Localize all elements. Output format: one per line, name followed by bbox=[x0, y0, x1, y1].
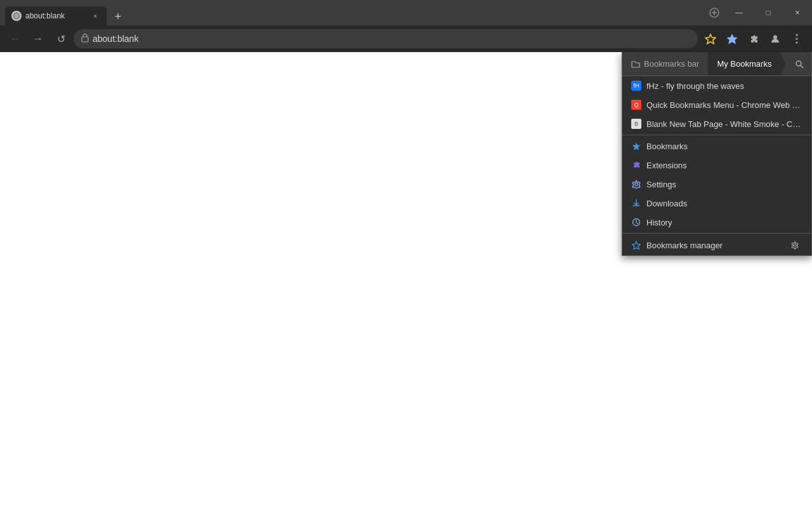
menu-item-extensions[interactable]: Extensions bbox=[622, 156, 811, 175]
tab-favicon bbox=[11, 11, 22, 21]
svg-point-18 bbox=[794, 244, 796, 246]
forward-button[interactable]: → bbox=[28, 29, 48, 49]
maximize-button[interactable]: □ bbox=[754, 0, 783, 25]
tab-close-button[interactable]: × bbox=[90, 11, 100, 21]
bookmark-favicon-blank: B bbox=[631, 119, 641, 129]
menu-item-history[interactable]: History bbox=[622, 213, 811, 232]
bookmark-manager-gear-icon[interactable] bbox=[787, 237, 802, 253]
address-bar[interactable]: about:blank bbox=[74, 29, 698, 48]
divider-2 bbox=[622, 233, 811, 234]
bookmarks-star-icon bbox=[631, 141, 641, 151]
bookmark-list: fH fHz - fly through the waves Q Quick B… bbox=[622, 76, 811, 255]
svg-marker-7 bbox=[727, 34, 737, 44]
extensions-puzzle-icon bbox=[631, 160, 641, 170]
title-bar-extensions-icon[interactable] bbox=[704, 3, 724, 23]
menu-item-settings[interactable]: Settings bbox=[622, 175, 811, 194]
toolbar-actions bbox=[700, 29, 807, 49]
bookmark-item-blank-label: Blank New Tab Page - White Smoke - Chr..… bbox=[646, 119, 802, 129]
menu-item-downloads-label: Downloads bbox=[646, 199, 802, 208]
bookmark-panel: Bookmarks bar My Bookmarks fH fHz - fly … bbox=[622, 52, 812, 256]
address-text: about:blank bbox=[93, 34, 690, 44]
bookmarks-bar-tab[interactable]: Bookmarks bar bbox=[622, 52, 708, 76]
divider-1 bbox=[622, 135, 811, 135]
bookmark-manager-left: Bookmarks manager bbox=[631, 240, 723, 250]
svg-line-13 bbox=[801, 65, 803, 68]
menu-item-bookmarks[interactable]: Bookmarks bbox=[622, 137, 811, 156]
my-bookmarks-tab[interactable]: My Bookmarks bbox=[708, 52, 780, 76]
svg-point-15 bbox=[635, 183, 638, 185]
svg-rect-5 bbox=[82, 37, 88, 42]
bookmark-favicon-fhz: fH bbox=[631, 81, 641, 91]
bookmark-item-qbm-label: Quick Bookmarks Menu - Chrome Web St... bbox=[646, 100, 802, 110]
bookmark-item-fhz-label: fHz - fly through the waves bbox=[646, 81, 802, 91]
back-button[interactable]: ← bbox=[5, 29, 25, 49]
settings-gear-icon bbox=[631, 179, 641, 189]
downloads-icon bbox=[631, 198, 641, 208]
svg-marker-6 bbox=[705, 34, 716, 44]
history-clock-icon bbox=[631, 217, 641, 227]
title-bar: about:blank × + — □ × bbox=[0, 0, 812, 25]
bookmark-panel-header: Bookmarks bar My Bookmarks bbox=[622, 52, 811, 76]
menu-item-history-label: History bbox=[646, 218, 802, 227]
bookmark-item-fhz[interactable]: fH fHz - fly through the waves bbox=[622, 76, 811, 95]
panel-search-button[interactable] bbox=[790, 55, 809, 74]
bookmarks-manager-star-icon bbox=[631, 240, 641, 250]
profile-button[interactable] bbox=[765, 29, 785, 49]
svg-marker-17 bbox=[632, 241, 641, 250]
menu-item-bookmarks-label: Bookmarks bbox=[646, 142, 802, 151]
svg-point-8 bbox=[773, 36, 777, 39]
svg-point-10 bbox=[796, 38, 798, 40]
nav-bar: ← → ↺ about:blank bbox=[0, 25, 812, 52]
bookmark-manager-label: Bookmarks manager bbox=[646, 241, 723, 250]
svg-point-9 bbox=[796, 34, 798, 36]
menu-item-bookmarks-manager[interactable]: Bookmarks manager bbox=[622, 235, 811, 255]
close-button[interactable]: × bbox=[783, 0, 812, 25]
menu-item-settings-label: Settings bbox=[646, 180, 802, 189]
bookmark-item-quick-bookmarks[interactable]: Q Quick Bookmarks Menu - Chrome Web St..… bbox=[622, 95, 811, 114]
menu-button[interactable] bbox=[787, 29, 807, 49]
bookmark-manager-button[interactable] bbox=[722, 29, 742, 49]
reload-button[interactable]: ↺ bbox=[51, 29, 71, 49]
menu-item-downloads[interactable]: Downloads bbox=[622, 194, 811, 213]
svg-marker-14 bbox=[632, 142, 641, 150]
svg-point-12 bbox=[796, 61, 801, 66]
bookmark-item-blank-tab[interactable]: B Blank New Tab Page - White Smoke - Chr… bbox=[622, 114, 811, 133]
tab-title: about:blank bbox=[25, 11, 86, 20]
folder-icon bbox=[631, 60, 640, 69]
minimize-button[interactable]: — bbox=[724, 0, 754, 25]
window-controls: — □ × bbox=[724, 0, 812, 25]
address-security-icon bbox=[81, 34, 89, 44]
svg-point-1 bbox=[15, 14, 18, 18]
extensions-button[interactable] bbox=[743, 29, 764, 49]
menu-item-extensions-label: Extensions bbox=[646, 161, 802, 170]
bookmark-star-button[interactable] bbox=[700, 29, 721, 49]
content-area: Bookmarks bar My Bookmarks fH fHz - fly … bbox=[0, 52, 812, 508]
svg-point-11 bbox=[796, 42, 798, 44]
bookmark-favicon-qbm: Q bbox=[631, 100, 641, 110]
new-tab-button[interactable]: + bbox=[109, 8, 127, 25]
tab-strip: about:blank × + bbox=[0, 0, 704, 25]
active-tab[interactable]: about:blank × bbox=[5, 6, 107, 25]
